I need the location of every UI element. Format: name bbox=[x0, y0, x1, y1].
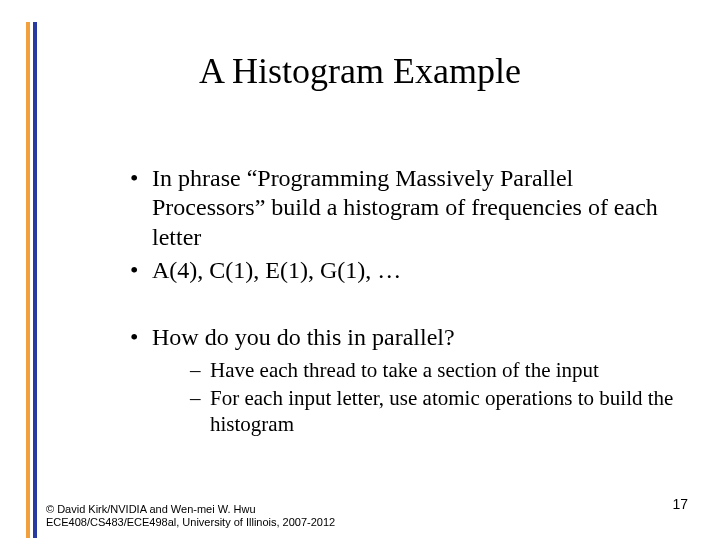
sub-bullet-2: For each input letter, use atomic operat… bbox=[190, 386, 680, 437]
footer-credit: © David Kirk/NVIDIA and Wen-mei W. Hwu E… bbox=[46, 503, 366, 531]
page-number: 17 bbox=[672, 496, 688, 512]
sub-bullets: Have each thread to take a section of th… bbox=[152, 358, 680, 437]
slide-body: In phrase “Programming Massively Paralle… bbox=[90, 164, 680, 441]
bullet-1: In phrase “Programming Massively Paralle… bbox=[130, 164, 680, 252]
bullet-3: How do you do this in parallel? Have eac… bbox=[130, 323, 680, 437]
accent-stripe-blue bbox=[33, 22, 37, 538]
sub-bullet-1: Have each thread to take a section of th… bbox=[190, 358, 680, 384]
bullet-3-text: How do you do this in parallel? bbox=[152, 324, 455, 350]
accent-stripe-orange bbox=[26, 22, 30, 538]
bullet-2: A(4), C(1), E(1), G(1), … bbox=[130, 256, 680, 285]
slide-title: A Histogram Example bbox=[0, 50, 720, 92]
